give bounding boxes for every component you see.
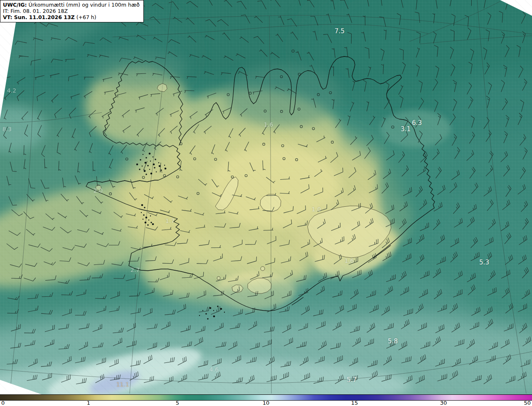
title-line-valid: VT: Sun. 11.01.2026 13Z (+67 h) [3, 14, 140, 20]
product-id: UWC/IG: [3, 2, 27, 8]
island-dot [141, 212, 142, 213]
island-dot [158, 162, 159, 163]
island-dot [143, 214, 145, 216]
island-dot [144, 207, 145, 208]
island-dot [150, 215, 151, 216]
island-dot [213, 316, 215, 318]
glacier-outline [260, 194, 281, 212]
island-dot [149, 169, 150, 170]
colorbar-tick-labels: 01510153050 [0, 400, 532, 406]
island-dot [140, 159, 141, 161]
colorbar: 01510153050 [0, 394, 532, 406]
island-dot [145, 222, 147, 224]
island-dot [213, 310, 214, 311]
product-description: Úrkomumætti (mm) og vindur i 100m hæð [29, 2, 140, 8]
island-dot [149, 153, 151, 155]
island-dot [141, 204, 143, 206]
island-dot [224, 312, 225, 313]
island-dot [154, 167, 155, 169]
colorbar-tick-label: 0 [1, 400, 5, 406]
lead-time: (+67 h) [76, 14, 96, 20]
island-dot [202, 310, 203, 311]
island-dot [164, 165, 165, 166]
island-dot [142, 166, 143, 166]
colorbar-tick-label: 1 [87, 400, 90, 406]
title-line-product: UWC/IG: Úrkomumætti (mm) og vindur i 100… [3, 2, 140, 8]
island-dot [153, 157, 153, 157]
island-dot [155, 159, 156, 160]
colorbar-tick-label: 5 [176, 400, 179, 406]
field-blob [224, 64, 341, 127]
colorbar-tick-label: 10 [263, 400, 270, 406]
island-dot [143, 154, 143, 155]
island-dot [209, 307, 212, 309]
island-dot [150, 173, 153, 175]
glacier-ring [261, 267, 265, 271]
island-dot [147, 224, 149, 226]
title-box: UWC/IG: Úrkomumætti (mm) og vindur i 100… [0, 0, 144, 22]
island-dot [220, 308, 222, 310]
glacier-ring [96, 185, 101, 191]
weather-map-canvas [0, 0, 532, 394]
island-dot [145, 217, 148, 219]
island-dot [205, 313, 207, 315]
island-dot [160, 169, 162, 171]
island-dot [199, 315, 200, 316]
island-dot [148, 220, 149, 220]
colorbar-tick-label: 15 [351, 400, 358, 406]
island-dot [165, 168, 167, 170]
island-dot [136, 164, 138, 166]
init-time: IT: Fim. 08. 01. 2026 18Z [3, 8, 140, 14]
island-dot [143, 219, 143, 220]
island-dot [207, 318, 209, 320]
colorbar-tick-label: 50 [524, 400, 531, 406]
glacier-ring [217, 276, 220, 280]
island-dot [156, 171, 157, 172]
island-dot [145, 174, 147, 175]
island-dot [150, 161, 151, 161]
island-dot [217, 306, 219, 307]
weather-map-viewport: 7.56.33.15.35.85.74.28.31.62.01.71.01.62… [0, 0, 532, 406]
island-dot [152, 223, 154, 225]
island-dot [145, 157, 147, 159]
island-dot [153, 164, 155, 166]
colorbar-tick-label: 30 [440, 400, 447, 406]
island-dot [139, 169, 140, 170]
valid-time: VT: Sun. 11.01.2026 13Z [3, 14, 75, 20]
island-dot [150, 222, 152, 223]
island-dot [147, 165, 149, 166]
